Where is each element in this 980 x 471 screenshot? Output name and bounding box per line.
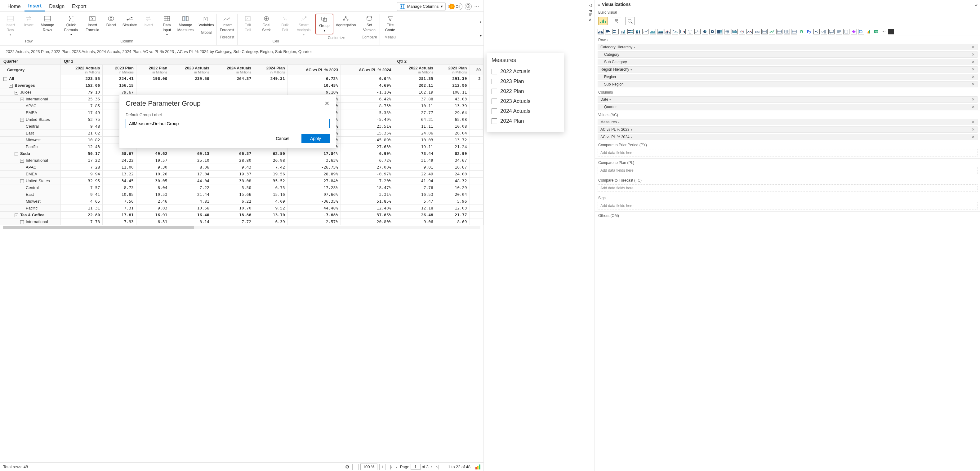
data-cell[interactable]: 9.43 [212,164,254,171]
row-header[interactable]: −All [0,75,61,82]
data-cell[interactable]: 43.03 [436,96,469,103]
data-cell[interactable]: 9.48 [61,123,103,130]
manage-measures-button[interactable]: Manage Measures [177,14,194,38]
set-version-button[interactable]: Set Version [360,14,379,34]
data-cell[interactable] [469,96,484,103]
data-cell[interactable]: 9.06 [394,219,436,225]
data-cell[interactable]: 38.08 [212,178,254,184]
variables-button[interactable]: [x]Variables [197,14,215,29]
data-cell[interactable]: 291.39 [436,75,469,82]
viz-azure-map[interactable] [739,29,745,34]
viz-multi-card[interactable] [761,29,768,34]
data-cell[interactable]: 19.56 [254,171,288,178]
viz-power-automate[interactable] [858,29,864,34]
expander-icon[interactable]: − [9,84,13,88]
data-cell[interactable]: 13.70 [254,212,288,219]
data-cell[interactable]: 17.22 [61,157,103,164]
data-cell[interactable]: 97.66% [288,191,340,198]
remove-icon[interactable]: ✕ [972,82,975,86]
viz-treemap[interactable] [717,29,723,34]
data-cell[interactable] [469,103,484,109]
data-cell[interactable] [469,89,484,96]
format-visual-tab[interactable] [612,17,621,25]
data-cell[interactable]: 53.75 [61,116,103,123]
data-cell[interactable]: -45.89% [341,136,394,143]
data-cell[interactable]: -18.47% [341,184,394,191]
data-cell[interactable]: 6.72% [341,157,394,164]
data-cell[interactable]: 24.00 [436,171,469,178]
data-cell[interactable]: 7.56 [103,198,137,205]
viz-funnel[interactable] [687,29,693,34]
data-cell[interactable] [469,178,484,184]
data-cell[interactable]: 21.02 [61,130,103,136]
data-cell[interactable]: 28.89% [288,171,340,178]
data-cell[interactable]: 2.46 [136,198,170,205]
data-cell[interactable]: 17.81 [103,212,137,219]
row-header[interactable]: Pacific [0,143,61,150]
cancel-button[interactable]: Cancel [268,134,297,143]
chevron-down-icon[interactable]: ▾ [631,128,632,132]
field-sub-region[interactable]: Sub Region✕ [598,81,977,87]
data-cell[interactable]: 58.67 [103,150,137,157]
invert-row-button[interactable]: Invert [20,14,38,38]
viz-clustered-col[interactable] [620,29,626,34]
remove-icon[interactable]: ✕ [972,75,975,79]
data-cell[interactable]: 34.67 [436,157,469,164]
viz-qa[interactable] [828,29,835,34]
data-cell[interactable]: 4.69% [341,82,394,89]
data-cell[interactable]: 16.53 [394,191,436,198]
data-cell[interactable]: 19.37 [212,171,254,178]
data-cell[interactable]: 41.94 [394,178,436,184]
viz-bar[interactable] [605,29,611,34]
viz-paginated[interactable] [843,29,850,34]
row-header[interactable]: Midwest [0,198,61,205]
remove-icon[interactable]: ✕ [972,120,975,124]
measure-item[interactable]: 2022 Plan [492,86,559,97]
data-cell[interactable]: 6.31 [136,219,170,225]
next-page-button[interactable]: › [430,465,434,469]
chevron-down-icon[interactable]: ▾ [630,68,632,71]
viz-pie[interactable] [702,29,708,34]
data-cell[interactable]: 11.31 [61,205,103,212]
data-cell[interactable]: -36.35% [288,198,340,205]
data-cell[interactable]: 8.69 [436,219,469,225]
data-cell[interactable]: 44.04 [170,178,212,184]
data-cell[interactable]: 239.50 [170,75,212,82]
data-cell[interactable]: 82.99 [436,150,469,157]
data-cell[interactable]: 9.30 [136,164,170,171]
data-cell[interactable] [469,116,484,123]
data-cell[interactable]: 17.04 [170,171,212,178]
data-cell[interactable]: 62.50 [254,150,288,157]
data-cell[interactable]: 264.37 [212,75,254,82]
data-cell[interactable]: 64.31 [394,116,436,123]
row-header[interactable]: −Soda [0,150,61,157]
row-header[interactable]: Midwest [0,136,61,143]
data-cell[interactable]: 7.28 [61,164,103,171]
data-cell[interactable] [170,82,212,89]
checkbox-icon[interactable] [492,89,497,94]
remove-icon[interactable]: ✕ [972,135,975,139]
analytics-tab[interactable] [625,17,635,25]
viz-collapse-icon[interactable]: « [598,2,600,7]
data-cell[interactable]: 223.55 [61,75,103,82]
expander-icon[interactable]: − [20,98,24,101]
data-cell[interactable]: 10.08 [436,123,469,130]
invert-column-button[interactable]: Invert [139,14,157,38]
data-cell[interactable]: 37.85% [341,212,394,219]
add-fields-pl[interactable]: Add data fields here [598,167,977,174]
viz-table[interactable] [784,29,790,34]
data-cell[interactable]: 102.19 [394,89,436,96]
data-cell[interactable] [469,212,484,219]
viz-100-stacked-bar[interactable] [627,29,633,34]
data-cell[interactable]: 32.95 [61,178,103,184]
viz-slicer[interactable] [776,29,783,34]
measure-item[interactable]: 2024 Plan [492,116,559,126]
data-cell[interactable]: 4.81 [170,198,212,205]
data-cell[interactable]: 7.72 [212,219,254,225]
data-cell[interactable] [136,82,170,89]
row-header[interactable]: −International [0,157,61,164]
data-cell[interactable]: 25.10 [170,157,212,164]
row-header[interactable]: −International [0,219,61,225]
data-cell[interactable]: 17.49 [61,109,103,116]
data-cell[interactable]: 281.35 [394,75,436,82]
